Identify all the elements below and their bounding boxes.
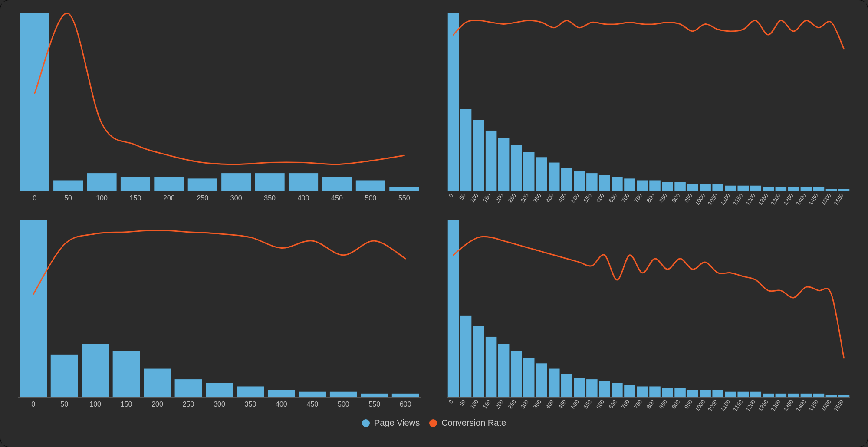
x-tick-label: 350 xyxy=(532,192,542,204)
x-tick-label: 750 xyxy=(633,192,644,204)
legend-swatch-line-icon xyxy=(429,419,437,427)
bar xyxy=(268,390,295,397)
bar xyxy=(813,394,825,397)
bar xyxy=(574,378,585,397)
x-tick-label: 1400 xyxy=(795,398,807,412)
x-tick-label: 450 xyxy=(307,401,319,408)
x-tick-label: 300 xyxy=(519,192,530,204)
x-tick-label: 1300 xyxy=(769,398,782,412)
bar xyxy=(649,180,661,191)
x-tick-label: 1150 xyxy=(732,192,744,206)
x-tick-label: 150 xyxy=(121,401,132,408)
bar xyxy=(356,180,385,191)
x-tick-label: 150 xyxy=(130,194,141,202)
x-tick-label: 500 xyxy=(570,192,581,204)
bar xyxy=(737,186,749,191)
x-tick-label: 400 xyxy=(544,192,555,204)
x-tick-label: 50 xyxy=(60,401,68,408)
x-tick-label: 300 xyxy=(230,194,242,202)
x-tick-label: 550 xyxy=(582,398,593,410)
x-tick-label: 500 xyxy=(365,194,377,202)
bar xyxy=(624,178,635,191)
x-tick-label: 550 xyxy=(582,192,593,204)
bar xyxy=(712,390,723,397)
x-tick-label: 300 xyxy=(214,401,225,408)
x-tick-label: 1450 xyxy=(807,192,820,206)
bar xyxy=(486,337,497,397)
bar xyxy=(750,186,761,191)
x-tick-label: 0 xyxy=(447,398,454,405)
bar xyxy=(392,394,419,397)
x-tick-label: 500 xyxy=(570,398,581,410)
bar xyxy=(763,394,774,397)
x-tick-label: 1050 xyxy=(707,192,719,206)
bar xyxy=(221,173,251,191)
conversion-rate-line xyxy=(454,20,844,49)
bar xyxy=(289,173,318,191)
x-tick-label: 1000 xyxy=(694,192,707,206)
x-tick-label: 900 xyxy=(671,398,681,410)
x-tick-label: 750 xyxy=(633,398,644,410)
bar xyxy=(473,120,484,191)
bar xyxy=(448,220,459,397)
x-tick-label: 1400 xyxy=(795,192,807,206)
bar xyxy=(725,186,736,191)
bar xyxy=(637,180,648,191)
x-tick-label: 100 xyxy=(469,398,480,410)
x-tick-label: 1350 xyxy=(782,192,795,206)
legend-label-bars: Page Views xyxy=(374,418,420,428)
bar xyxy=(144,369,171,397)
bar xyxy=(523,152,535,191)
x-tick-label: 650 xyxy=(608,398,618,410)
x-tick-label: 1250 xyxy=(757,192,769,206)
bar xyxy=(574,171,585,191)
x-tick-label: 250 xyxy=(506,192,517,204)
bar xyxy=(662,388,673,397)
x-tick-label: 1000 xyxy=(694,398,707,412)
x-tick-label: 1250 xyxy=(757,398,769,412)
conversion-rate-line xyxy=(454,237,844,358)
x-tick-label: 800 xyxy=(645,192,656,204)
bar xyxy=(612,383,623,397)
x-tick-label: 450 xyxy=(557,398,568,410)
bar xyxy=(649,386,661,397)
chart-top-left: 050100150200250300350400450500550 xyxy=(13,13,425,207)
x-tick-label: 600 xyxy=(400,401,411,408)
chart-bottom-right: 0501001502002503003504004505005506006507… xyxy=(443,220,855,413)
bar xyxy=(776,187,787,191)
x-tick-label: 700 xyxy=(620,398,631,410)
x-tick-label: 350 xyxy=(264,194,276,202)
x-tick-label: 950 xyxy=(683,398,694,410)
bar xyxy=(612,177,623,191)
bar xyxy=(561,374,572,397)
legend-label-line: Conversion Rate xyxy=(441,418,506,428)
bar xyxy=(801,187,812,191)
bar xyxy=(175,379,202,397)
bar xyxy=(536,157,547,191)
bar xyxy=(206,383,233,397)
x-tick-label: 250 xyxy=(506,398,517,410)
x-tick-label: 1550 xyxy=(832,192,845,206)
x-tick-label: 1100 xyxy=(719,192,732,206)
bar xyxy=(700,390,711,397)
bar xyxy=(838,395,850,397)
legend: Page Views Conversion Rate xyxy=(13,418,855,428)
x-tick-label: 1100 xyxy=(719,398,732,412)
x-tick-label: 50 xyxy=(458,398,467,407)
bar xyxy=(826,189,837,191)
bar xyxy=(586,379,598,397)
bar xyxy=(473,326,484,397)
bar xyxy=(498,344,510,397)
bar xyxy=(674,182,686,191)
x-tick-label: 1050 xyxy=(707,398,719,412)
x-tick-label: 0 xyxy=(447,192,454,199)
bar xyxy=(523,358,535,397)
bar xyxy=(511,145,522,191)
bar xyxy=(460,109,472,191)
bar xyxy=(154,177,184,191)
bar xyxy=(322,177,352,191)
bar xyxy=(838,189,850,191)
x-tick-label: 50 xyxy=(458,192,467,201)
bar xyxy=(599,175,610,191)
x-tick-label: 100 xyxy=(89,401,101,408)
